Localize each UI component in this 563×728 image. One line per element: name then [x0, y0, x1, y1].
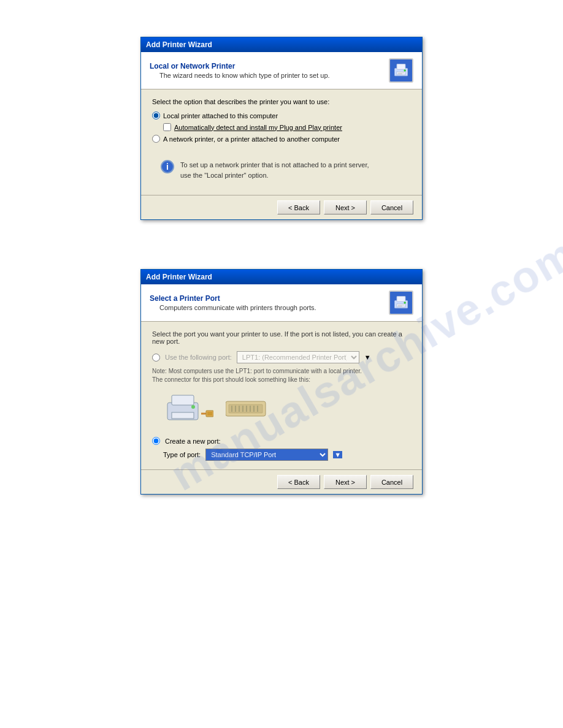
- dialog-1-back-button[interactable]: < Back: [277, 200, 320, 214]
- radio-create-port-input[interactable]: [152, 437, 160, 445]
- printer-svg-2: [393, 294, 410, 311]
- use-port-row: Use the following port: LPT1: (Recommend…: [152, 351, 411, 363]
- port-note-line1: Note: Most computers use the LPT1: port …: [152, 368, 362, 374]
- radio-local-label: Local printer attached to this computer: [163, 112, 278, 119]
- dialog-1-cancel-button[interactable]: Cancel: [370, 200, 413, 214]
- dialog-2-header-text: Select a Printer Port Computers communic…: [150, 294, 389, 311]
- svg-rect-11: [398, 306, 402, 306]
- svg-point-15: [191, 405, 195, 409]
- info-icon-1: i: [161, 160, 174, 173]
- dialog-1-title: Add Printer Wizard: [146, 40, 212, 49]
- dialog-2-back-button[interactable]: < Back: [277, 475, 320, 489]
- radio-use-port-label: Use the following port:: [165, 354, 232, 361]
- port-type-dropdown-arrow: ▼: [333, 451, 342, 458]
- dialog-1-footer: < Back Next > Cancel: [141, 195, 422, 219]
- printer-icon-1: [389, 58, 413, 83]
- dialog-2-next-button[interactable]: Next >: [324, 475, 367, 489]
- create-port-row: Create a new port:: [152, 437, 411, 445]
- svg-rect-4: [398, 73, 405, 74]
- checkbox-pnp-label: Automatically detect and install my Plug…: [174, 124, 342, 131]
- dialog-2-header: Select a Printer Port Computers communic…: [141, 284, 422, 322]
- dialog-1-radio-group: Local printer attached to this computer …: [152, 112, 411, 143]
- port-dropdown-arrow: ▼: [364, 354, 371, 361]
- dialog-2-titlebar: Add Printer Wizard: [141, 270, 422, 284]
- svg-point-9: [404, 301, 406, 304]
- dialog-2-header-title: Select a Printer Port: [150, 294, 389, 303]
- radio-network-label: A network printer, or a printer attached…: [163, 135, 340, 143]
- dialog-2-cancel-button[interactable]: Cancel: [370, 475, 413, 489]
- dialog-2-header-subtitle: Computers communicate with printers thro…: [150, 304, 389, 311]
- port-type-row: Type of port: Standard TCP/IP Port ▼: [163, 449, 411, 461]
- port-type-select[interactable]: Standard TCP/IP Port: [205, 449, 328, 461]
- radio-create-port-label: Create a new port:: [165, 438, 221, 445]
- dialog-1-body: Select the option that describes the pri…: [141, 89, 422, 195]
- checkbox-pnp[interactable]: Automatically detect and install my Plug…: [163, 123, 411, 131]
- checkbox-pnp-input[interactable]: [163, 123, 171, 131]
- parallel-port-svg: [226, 396, 269, 421]
- radio-network-input[interactable]: [152, 135, 160, 143]
- dialog-2-title: Add Printer Wizard: [146, 273, 212, 281]
- info-line2: use the "Local printer" option.: [180, 172, 269, 179]
- dialog-1-header-text: Local or Network Printer The wizard need…: [150, 62, 389, 79]
- dialog-1-titlebar: Add Printer Wizard: [141, 37, 422, 52]
- dialog-2-footer: < Back Next > Cancel: [141, 469, 422, 494]
- dialog-1-select-label: Select the option that describes the pri…: [152, 98, 411, 105]
- dialog-1-next-button[interactable]: Next >: [324, 200, 367, 214]
- port-note: Note: Most computers use the LPT1: port …: [152, 367, 411, 384]
- dialog-2-body: Select the port you want your printer to…: [141, 322, 422, 469]
- info-line1: To set up a network printer that is not …: [180, 161, 369, 169]
- dialog-2: Add Printer Wizard Select a Printer Port…: [140, 269, 423, 495]
- dialog-1-header-subtitle: The wizard needs to know which type of p…: [150, 72, 389, 79]
- printer-illus-svg: [164, 390, 213, 427]
- svg-point-3: [404, 69, 406, 72]
- info-box-1: i To set up a network printer that is no…: [152, 154, 411, 186]
- port-type-label: Type of port:: [163, 451, 201, 458]
- port-note-line2: The connector for this port should look …: [152, 376, 310, 383]
- svg-rect-10: [398, 305, 405, 306]
- radio-network-printer[interactable]: A network printer, or a printer attached…: [152, 135, 411, 143]
- svg-rect-13: [172, 395, 194, 405]
- dialog-1-header-title: Local or Network Printer: [150, 62, 389, 70]
- printer-illustration: [164, 390, 411, 427]
- printer-svg-1: [393, 62, 410, 79]
- port-desc: Select the port you want your printer to…: [152, 330, 411, 345]
- svg-rect-5: [398, 74, 402, 74]
- radio-local-input[interactable]: [152, 112, 160, 119]
- svg-rect-14: [172, 412, 194, 419]
- info-text-1: To set up a network printer that is not …: [180, 160, 369, 180]
- svg-rect-7: [397, 297, 405, 302]
- port-select[interactable]: LPT1: (Recommended Printer Port): [237, 351, 359, 363]
- dialog-1: Add Printer Wizard Local or Network Prin…: [140, 37, 423, 220]
- svg-rect-1: [397, 64, 405, 70]
- radio-local-printer[interactable]: Local printer attached to this computer: [152, 112, 411, 119]
- dialog-1-header: Local or Network Printer The wizard need…: [141, 52, 422, 89]
- svg-rect-18: [207, 412, 212, 415]
- printer-icon-2: [389, 290, 413, 315]
- radio-use-port-input[interactable]: [152, 354, 160, 362]
